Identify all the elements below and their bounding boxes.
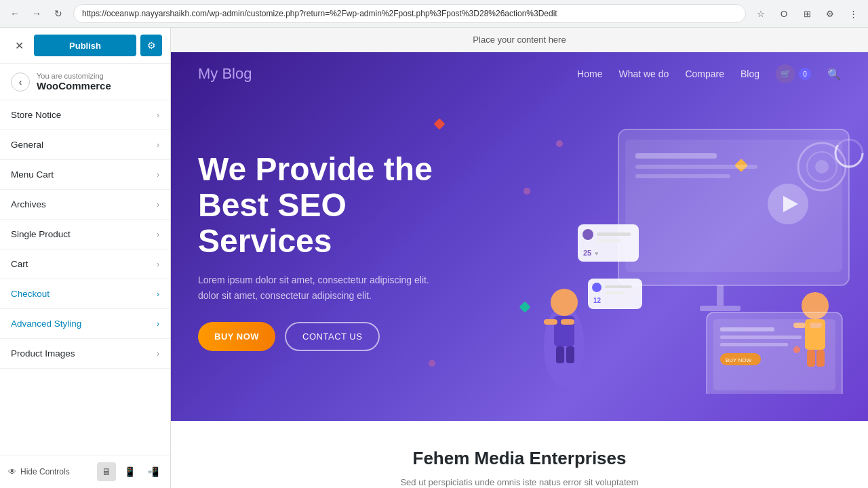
reload-button[interactable]: ↻ xyxy=(49,4,68,23)
contact-us-button[interactable]: CONTACT US xyxy=(285,322,380,351)
hero-title-line2: Best SEO Services xyxy=(198,187,347,259)
hero-navbar: My Blog Home What we do Compare Blog 🛒 0 xyxy=(171,52,868,96)
forward-button[interactable]: → xyxy=(27,4,46,23)
nav-home[interactable]: Home xyxy=(577,68,602,79)
chevron-right-icon: › xyxy=(157,260,159,269)
cart-icon[interactable]: 🛒 xyxy=(776,64,795,83)
hero-title: We Provide the Best SEO Services xyxy=(198,152,483,259)
sidebar-item-checkout[interactable]: Checkout › xyxy=(0,279,170,309)
publish-button[interactable]: Publish xyxy=(34,35,136,56)
browser-nav-buttons: ← → ↻ xyxy=(5,4,68,23)
top-notice: Place your content here xyxy=(171,28,868,52)
sidebar-header: ‹ You are customizing WooCommerce xyxy=(0,64,170,100)
chevron-left-icon: ‹ xyxy=(19,77,22,87)
chevron-right-icon: › xyxy=(157,170,159,180)
mobile-view-button[interactable]: 📲 xyxy=(143,462,162,481)
back-button[interactable]: ← xyxy=(5,4,24,23)
single-product-label: Single Product xyxy=(11,229,71,239)
hero-nav: Home What we do Compare Blog 🛒 0 🔍 xyxy=(577,64,841,83)
advanced-styling-label: Advanced Styling xyxy=(11,319,81,329)
svg-text:BUY NOW: BUY NOW xyxy=(726,357,752,363)
sidebar-item-advanced-styling[interactable]: Advanced Styling › xyxy=(0,309,170,339)
gear-icon: ⚙ xyxy=(147,40,156,51)
chevron-right-icon: › xyxy=(157,200,159,209)
svg-rect-11 xyxy=(597,232,631,236)
hero-buttons: BUY NOW CONTACT US xyxy=(198,322,483,351)
svg-text:25: 25 xyxy=(583,249,591,257)
checkout-label: Checkout xyxy=(11,289,50,299)
more-button[interactable]: ⋮ xyxy=(844,4,863,23)
url-text: https://oceanwp.nayyarshaikh.com/wp-admi… xyxy=(82,9,557,18)
eye-icon: 👁 xyxy=(8,467,16,476)
search-icon[interactable]: 🔍 xyxy=(827,68,841,81)
svg-rect-8 xyxy=(700,306,741,311)
opera-button[interactable]: O xyxy=(774,4,793,23)
store-notice-label: Store Notice xyxy=(11,110,61,120)
mobile-icon: 📲 xyxy=(147,466,159,477)
settings-icon-btn[interactable]: ⚙ xyxy=(821,4,840,23)
svg-rect-26 xyxy=(566,346,574,363)
hero-illustration: 25 ♥ 12 xyxy=(483,109,868,394)
svg-rect-17 xyxy=(605,285,632,288)
chevron-right-icon: › xyxy=(157,110,159,120)
sidebar-header-info: You are customizing WooCommerce xyxy=(37,72,159,92)
tablet-view-button[interactable]: 📱 xyxy=(120,462,139,481)
hero-title-line1: We Provide the xyxy=(198,151,433,187)
svg-rect-35 xyxy=(720,327,774,331)
desktop-view-button[interactable]: 🖥 xyxy=(97,462,116,481)
product-images-label: Product Images xyxy=(11,348,75,359)
sidebar-footer: 👁 Hide Controls 🖥 📱 📲 xyxy=(0,455,170,488)
nav-what-we-do[interactable]: What we do xyxy=(618,68,669,79)
below-hero-section: Fehem Media Enterprises Sed ut perspicia… xyxy=(171,421,868,488)
svg-rect-4 xyxy=(635,174,730,178)
chevron-right-icon: › xyxy=(157,289,159,299)
extensions-button[interactable]: ⊞ xyxy=(797,4,816,23)
chevron-right-icon: › xyxy=(157,140,159,150)
publish-row: ✕ Publish ⚙ xyxy=(0,28,170,64)
nav-compare[interactable]: Compare xyxy=(685,68,724,79)
svg-point-10 xyxy=(583,229,593,240)
svg-rect-1 xyxy=(625,140,842,272)
svg-text:♥: ♥ xyxy=(595,250,598,257)
desktop-icon: 🖥 xyxy=(102,466,111,477)
sidebar-item-menu-cart[interactable]: Menu Cart › xyxy=(0,160,170,190)
sidebar-menu: Store Notice › General › Menu Cart › Arc… xyxy=(0,100,170,455)
sidebar-back-button[interactable]: ‹ xyxy=(11,73,30,92)
svg-point-16 xyxy=(592,283,601,292)
sidebar-item-store-notice[interactable]: Store Notice › xyxy=(0,100,170,130)
section-subtitle: Sed ut perspiciatis unde omnis iste natu… xyxy=(198,476,841,488)
deco-circle-purple-3 xyxy=(429,360,435,367)
archives-label: Archives xyxy=(11,199,46,209)
chevron-right-icon: › xyxy=(157,319,159,329)
sidebar-item-single-product[interactable]: Single Product › xyxy=(0,220,170,249)
section-title: Fehem Media Enterprises xyxy=(198,448,841,469)
svg-rect-12 xyxy=(597,239,620,242)
hero-text: We Provide the Best SEO Services Lorem i… xyxy=(198,152,483,351)
notice-text: Place your content here xyxy=(473,35,566,45)
address-bar[interactable]: https://oceanwp.nayyarshaikh.com/wp-admi… xyxy=(73,4,746,23)
close-button[interactable]: ✕ xyxy=(8,35,30,56)
hero-subtitle: Lorem ipsum dolor sit amet, consectetur … xyxy=(198,272,483,303)
shopping-cart-icon: 🛒 xyxy=(781,69,791,79)
sidebar-item-general[interactable]: General › xyxy=(0,130,170,160)
hide-controls-label: Hide Controls xyxy=(20,467,70,476)
chevron-right-icon: › xyxy=(157,349,159,359)
hero-svg-illustration: 25 ♥ 12 xyxy=(483,109,868,394)
sidebar-item-product-images[interactable]: Product Images › xyxy=(0,339,170,369)
cart-badge: 0 xyxy=(799,68,811,80)
sidebar-item-cart[interactable]: Cart › xyxy=(0,249,170,279)
sidebar-item-archives[interactable]: Archives › xyxy=(0,190,170,220)
nav-blog[interactable]: Blog xyxy=(741,68,760,79)
svg-text:12: 12 xyxy=(593,297,601,304)
svg-rect-25 xyxy=(556,346,564,363)
bookmark-button[interactable]: ☆ xyxy=(751,4,770,23)
cart-label: Cart xyxy=(11,259,28,269)
browser-actions: ☆ O ⊞ ⚙ ⋮ xyxy=(751,4,863,23)
customizing-context: WooCommerce xyxy=(37,80,159,92)
general-label: General xyxy=(11,140,43,150)
main-layout: ✕ Publish ⚙ ‹ You are customizing WooCom… xyxy=(0,28,868,488)
customize-settings-button[interactable]: ⚙ xyxy=(140,35,162,56)
cart-count: 0 xyxy=(803,70,807,78)
hide-controls-button[interactable]: 👁 Hide Controls xyxy=(8,467,70,476)
buy-now-button[interactable]: BUY NOW xyxy=(198,322,275,351)
